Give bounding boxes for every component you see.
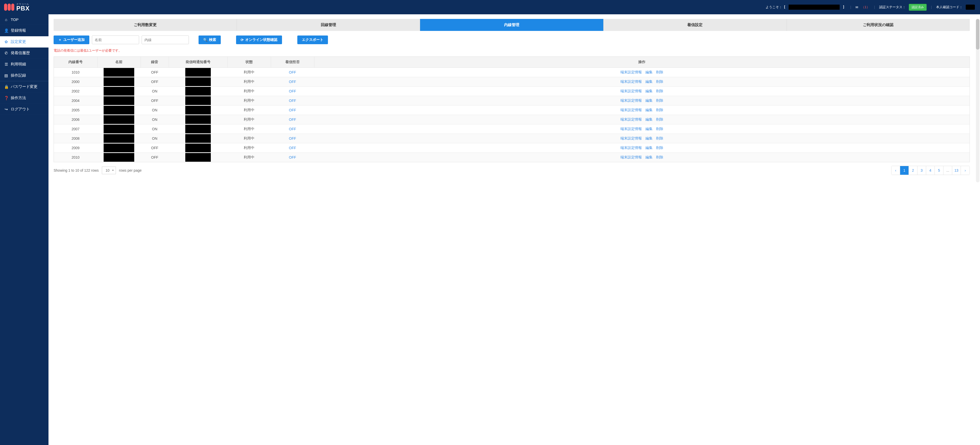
showing-text: Showing 1 to 10 of 122 rows [54, 168, 99, 172]
cell-reject[interactable]: OFF [271, 68, 314, 77]
cell-operations: 端末設定情報編集削除 [314, 86, 969, 96]
page-1[interactable]: 1 [900, 166, 909, 175]
cell-operations: 端末設定情報編集削除 [314, 105, 969, 115]
export-button[interactable]: エクスポート [298, 35, 328, 44]
mail-icon[interactable]: ✉ [856, 5, 858, 9]
edit-link[interactable]: 編集 [646, 108, 652, 112]
edit-link[interactable]: 編集 [646, 80, 652, 84]
cell-caller-id-redacted [169, 96, 228, 105]
name-search-input[interactable] [92, 35, 139, 44]
verification-code-redacted [966, 5, 975, 10]
terminal-info-link[interactable]: 端末設定情報 [620, 155, 642, 159]
cell-caller-id-redacted [169, 86, 228, 96]
cell-name-redacted [97, 86, 141, 96]
sidebar-item-label: ログアウト [11, 107, 30, 112]
page-13[interactable]: 13 [952, 166, 961, 175]
delete-link[interactable]: 削除 [656, 136, 663, 141]
tab-回線管理[interactable]: 回線管理 [237, 19, 420, 31]
tab-着信設定[interactable]: 着信設定 [604, 19, 787, 31]
edit-link[interactable]: 編集 [646, 117, 652, 122]
cell-reject[interactable]: OFF [271, 105, 314, 115]
terminal-info-link[interactable]: 端末設定情報 [620, 70, 642, 75]
edit-link[interactable]: 編集 [646, 127, 652, 131]
page-next[interactable]: › [961, 166, 969, 175]
page-4[interactable]: 4 [926, 166, 935, 175]
cell-operations: 端末設定情報編集削除 [314, 115, 969, 124]
sidebar-item-操作方法[interactable]: ❓操作方法 [0, 93, 48, 104]
cell-reject[interactable]: OFF [271, 124, 314, 134]
terminal-info-link[interactable]: 端末設定情報 [620, 127, 642, 131]
delete-link[interactable]: 削除 [656, 146, 663, 150]
terminal-info-link[interactable]: 端末設定情報 [620, 80, 642, 84]
online-status-button[interactable]: ⟳ オンライン状態確認 [236, 35, 282, 44]
cell-reject[interactable]: OFF [271, 77, 314, 86]
delete-link[interactable]: 削除 [656, 89, 663, 94]
delete-link[interactable]: 削除 [656, 108, 663, 112]
cell-reject[interactable]: OFF [271, 134, 314, 143]
edit-link[interactable]: 編集 [646, 136, 652, 141]
sidebar-item-ログアウト[interactable]: ↪ログアウト [0, 104, 48, 115]
scrollbar-thumb[interactable] [976, 19, 980, 49]
sidebar-item-登録情報[interactable]: 👤登録情報 [0, 25, 48, 36]
edit-link[interactable]: 編集 [646, 98, 652, 103]
edit-link[interactable]: 編集 [646, 146, 652, 150]
edit-link[interactable]: 編集 [646, 70, 652, 75]
delete-link[interactable]: 削除 [656, 98, 663, 103]
add-user-button[interactable]: ＋ ユーザー追加 [54, 35, 89, 44]
cell-status: 利用中 [228, 86, 271, 96]
extension-search-input[interactable] [142, 35, 189, 44]
search-button[interactable]: 🔍 検索 [199, 35, 221, 44]
terminal-info-link[interactable]: 端末設定情報 [620, 136, 642, 141]
page-ellipsis: ... [943, 166, 952, 175]
cell-operations: 端末設定情報編集削除 [314, 153, 969, 162]
page-5[interactable]: 5 [935, 166, 943, 175]
tab-ご利用数変更[interactable]: ご利用数変更 [54, 19, 237, 31]
cell-reject[interactable]: OFF [271, 96, 314, 105]
tab-ご利用状況の確認[interactable]: ご利用状況の確認 [787, 19, 970, 31]
terminal-info-link[interactable]: 端末設定情報 [620, 98, 642, 103]
terminal-info-link[interactable]: 端末設定情報 [620, 117, 642, 122]
tab-内線管理[interactable]: 内線管理 [420, 19, 603, 31]
terminal-info-link[interactable]: 端末設定情報 [620, 146, 642, 150]
sidebar-item-発着信履歴[interactable]: ✆発着信履歴 [0, 48, 48, 59]
delete-link[interactable]: 削除 [656, 70, 663, 75]
paginator: ‹12345...13› [891, 166, 970, 175]
cell-reject[interactable]: OFF [271, 86, 314, 96]
sidebar-item-設定変更[interactable]: ✿設定変更 [0, 36, 48, 48]
cell-recording: ON [141, 124, 169, 134]
sidebar-item-操作記録[interactable]: ▤操作記録 [0, 70, 48, 81]
mail-count[interactable]: （1） [861, 5, 870, 10]
cell-name-redacted [97, 105, 141, 115]
edit-link[interactable]: 編集 [646, 89, 652, 94]
pagination-info: Showing 1 to 10 of 122 rows 10 rows per … [54, 167, 142, 174]
cell-reject[interactable]: OFF [271, 143, 314, 153]
header-bar: クラコール PBX ようこそ：【 】 ｜ ✉ （1） ｜ 認証ステータス： 認証… [0, 0, 980, 14]
help-icon: ❓ [4, 96, 8, 100]
logo-title: PBX [16, 5, 30, 11]
terminal-info-link[interactable]: 端末設定情報 [620, 108, 642, 112]
main-content: ご利用数変更回線管理内線管理着信設定ご利用状況の確認 ＋ ユーザー追加 🔍 検索… [48, 14, 980, 445]
logo[interactable]: クラコール PBX [0, 3, 30, 11]
sidebar-item-パスワード変更[interactable]: 🔒パスワード変更 [0, 81, 48, 93]
settings-tabs: ご利用数変更回線管理内線管理着信設定ご利用状況の確認 [54, 19, 970, 31]
cell-caller-id-redacted [169, 124, 228, 134]
cell-reject[interactable]: OFF [271, 115, 314, 124]
sidebar-item-利用明細[interactable]: ☰利用明細 [0, 59, 48, 70]
rows-per-page-select[interactable]: 10 [102, 167, 116, 174]
sidebar-item-TOP[interactable]: ⌂TOP [0, 14, 48, 25]
page-3[interactable]: 3 [918, 166, 926, 175]
sidebar-item-label: TOP [11, 18, 19, 22]
edit-link[interactable]: 編集 [646, 155, 652, 159]
page-prev[interactable]: ‹ [891, 166, 900, 175]
scrollbar-track[interactable] [976, 19, 980, 182]
delete-link[interactable]: 削除 [656, 80, 663, 84]
terminal-info-link[interactable]: 端末設定情報 [620, 89, 642, 94]
logout-icon: ↪ [4, 107, 8, 112]
column-header: 発信時通知番号 [169, 57, 228, 68]
delete-link[interactable]: 削除 [656, 155, 663, 159]
page-2[interactable]: 2 [909, 166, 918, 175]
delete-link[interactable]: 削除 [656, 127, 663, 131]
delete-link[interactable]: 削除 [656, 117, 663, 122]
cell-extension: 1010 [54, 68, 97, 77]
cell-reject[interactable]: OFF [271, 153, 314, 162]
